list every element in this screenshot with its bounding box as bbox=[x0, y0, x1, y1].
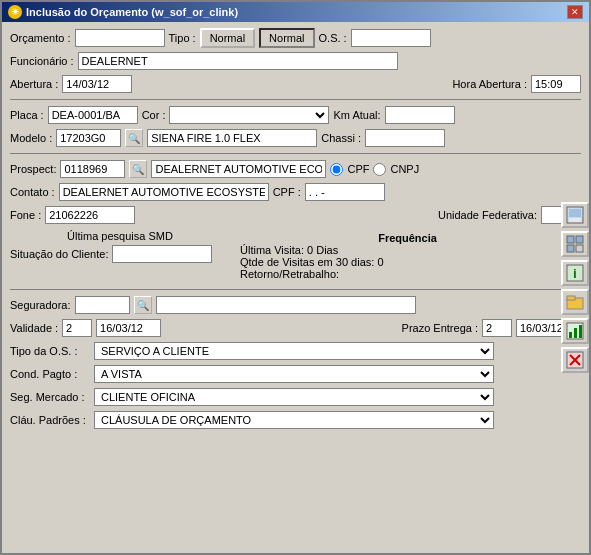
divider2 bbox=[10, 153, 581, 154]
main-window: ☀ Inclusão do Orçamento (w_sof_or_clink)… bbox=[0, 0, 591, 555]
row-clau-padroes: Cláu. Padrões : CLÁUSULA DE ORÇAMENTO bbox=[10, 410, 581, 430]
clau-padroes-select[interactable]: CLÁUSULA DE ORÇAMENTO bbox=[94, 411, 494, 429]
cond-pagto-label: Cond. Pagto : bbox=[10, 368, 90, 380]
cpf-radio-label: CPF bbox=[347, 163, 369, 175]
prazo-entrega-input1[interactable] bbox=[482, 319, 512, 337]
svg-rect-4 bbox=[576, 236, 583, 243]
prospect-input1[interactable] bbox=[60, 160, 125, 178]
cpf-radio[interactable] bbox=[330, 163, 343, 176]
chassi-input[interactable] bbox=[365, 129, 445, 147]
toolbar-btn1[interactable] bbox=[561, 202, 589, 228]
seg-mercado-select[interactable]: CLIENTE OFICINA bbox=[94, 388, 494, 406]
contato-input[interactable] bbox=[59, 183, 269, 201]
svg-text:i: i bbox=[573, 267, 576, 281]
freq-section: Frequência Última Visita: 0 Dias Qtde de… bbox=[234, 230, 581, 282]
cpf-label: CPF : bbox=[273, 186, 301, 198]
cnpj-radio[interactable] bbox=[373, 163, 386, 176]
row-abertura: Abertura : Hora Abertura : bbox=[10, 74, 581, 94]
chart-icon bbox=[566, 322, 584, 340]
qtde-visitas-row: Qtde de Visitas em 30 dias: 0 bbox=[240, 256, 575, 268]
abertura-input[interactable] bbox=[62, 75, 132, 93]
grid-icon bbox=[566, 235, 584, 253]
seguradora-label: Seguradora: bbox=[10, 299, 71, 311]
info-icon: i bbox=[566, 264, 584, 282]
row-cond-pagto: Cond. Pagto : A VISTA bbox=[10, 364, 581, 384]
seguradora-search-button[interactable]: 🔍 bbox=[134, 296, 152, 314]
abertura-label: Abertura : bbox=[10, 78, 58, 90]
contato-label: Contato : bbox=[10, 186, 55, 198]
freq-title: Frequência bbox=[240, 232, 575, 244]
row-seg-mercado: Seg. Mercado : CLIENTE OFICINA bbox=[10, 387, 581, 407]
tipo-os-select[interactable]: SERVIÇO A CLIENTE bbox=[94, 342, 494, 360]
tipo-normal-button[interactable]: Normal bbox=[200, 28, 255, 48]
km-atual-label: Km Atual: bbox=[333, 109, 380, 121]
situacao-label: Situação do Cliente: bbox=[10, 248, 108, 260]
svg-rect-10 bbox=[567, 296, 575, 300]
ultima-visita-row: Última Visita: 0 Dias bbox=[240, 244, 575, 256]
cond-pagto-select[interactable]: A VISTA bbox=[94, 365, 494, 383]
fone-input[interactable] bbox=[45, 206, 135, 224]
window-title: Inclusão do Orçamento (w_sof_or_clink) bbox=[26, 6, 238, 18]
os-input[interactable] bbox=[351, 29, 431, 47]
ultima-pesquisa-label: Última pesquisa SMD bbox=[10, 230, 230, 242]
smd-section: Última pesquisa SMD Situação do Cliente:… bbox=[10, 230, 581, 282]
row-contato: Contato : CPF : bbox=[10, 182, 581, 202]
toolbar-btn6[interactable] bbox=[561, 347, 589, 373]
cnpj-radio-label: CNPJ bbox=[390, 163, 419, 175]
seguradora-input1[interactable] bbox=[75, 296, 130, 314]
toolbar-btn2[interactable] bbox=[561, 231, 589, 257]
prospect-input2[interactable] bbox=[151, 160, 326, 178]
qtde-visitas-label: Qtde de Visitas em 30 dias: bbox=[240, 256, 374, 268]
situacao-input[interactable] bbox=[112, 245, 212, 263]
clau-padroes-label: Cláu. Padrões : bbox=[10, 414, 90, 426]
ultima-visita-value: 0 Dias bbox=[307, 244, 338, 256]
close-button[interactable]: ✕ bbox=[567, 5, 583, 19]
svg-rect-12 bbox=[569, 332, 572, 338]
situacao-row: Situação do Cliente: bbox=[10, 244, 230, 264]
modelo-input1[interactable] bbox=[56, 129, 121, 147]
row-tipo-os: Tipo da O.S. : SERVIÇO A CLIENTE bbox=[10, 341, 581, 361]
modelo-search-button[interactable]: 🔍 bbox=[125, 129, 143, 147]
svg-rect-3 bbox=[567, 236, 574, 243]
orcamento-input[interactable] bbox=[75, 29, 165, 47]
svg-rect-1 bbox=[569, 209, 581, 217]
right-toolbar: i bbox=[561, 202, 589, 373]
row-fone: Fone : Unidade Federativa: bbox=[10, 205, 581, 225]
funcionario-input[interactable] bbox=[78, 52, 398, 70]
validade-input1[interactable] bbox=[62, 319, 92, 337]
delete-icon bbox=[566, 351, 584, 369]
image-icon bbox=[566, 206, 584, 224]
toolbar-btn4[interactable] bbox=[561, 289, 589, 315]
toolbar-btn5[interactable] bbox=[561, 318, 589, 344]
svg-rect-13 bbox=[574, 328, 577, 338]
row-validade: Validade : Prazo Entrega : bbox=[10, 318, 581, 338]
modelo-input2[interactable] bbox=[147, 129, 317, 147]
svg-rect-5 bbox=[567, 245, 574, 252]
funcionario-label: Funcionário : bbox=[10, 55, 74, 67]
prospect-search-button[interactable]: 🔍 bbox=[129, 160, 147, 178]
qtde-visitas-value: 0 bbox=[377, 256, 383, 268]
tipo-normal-button2[interactable]: Normal bbox=[259, 28, 314, 48]
cor-select[interactable] bbox=[169, 106, 329, 124]
cpf-input[interactable] bbox=[305, 183, 385, 201]
hora-abertura-input[interactable] bbox=[531, 75, 581, 93]
ultima-visita-label: Última Visita: bbox=[240, 244, 304, 256]
row-orcamento: Orçamento : Tipo : Normal Normal O.S. : bbox=[10, 28, 581, 48]
os-label: O.S. : bbox=[319, 32, 347, 44]
placa-input[interactable] bbox=[48, 106, 138, 124]
window-icon: ☀ bbox=[8, 5, 22, 19]
divider3 bbox=[10, 289, 581, 290]
validade-input2[interactable] bbox=[96, 319, 161, 337]
prospect-label: Prospect: bbox=[10, 163, 56, 175]
smd-left: Última pesquisa SMD Situação do Cliente: bbox=[10, 230, 230, 282]
row-modelo: Modelo : 🔍 Chassi : bbox=[10, 128, 581, 148]
tipo-os-label: Tipo da O.S. : bbox=[10, 345, 90, 357]
km-atual-input[interactable] bbox=[385, 106, 455, 124]
toolbar-btn3[interactable]: i bbox=[561, 260, 589, 286]
placa-label: Placa : bbox=[10, 109, 44, 121]
tipo-label: Tipo : bbox=[169, 32, 196, 44]
fone-label: Fone : bbox=[10, 209, 41, 221]
hora-abertura-label: Hora Abertura : bbox=[452, 78, 527, 90]
seguradora-input2[interactable] bbox=[156, 296, 416, 314]
titlebar: ☀ Inclusão do Orçamento (w_sof_or_clink)… bbox=[2, 2, 589, 22]
